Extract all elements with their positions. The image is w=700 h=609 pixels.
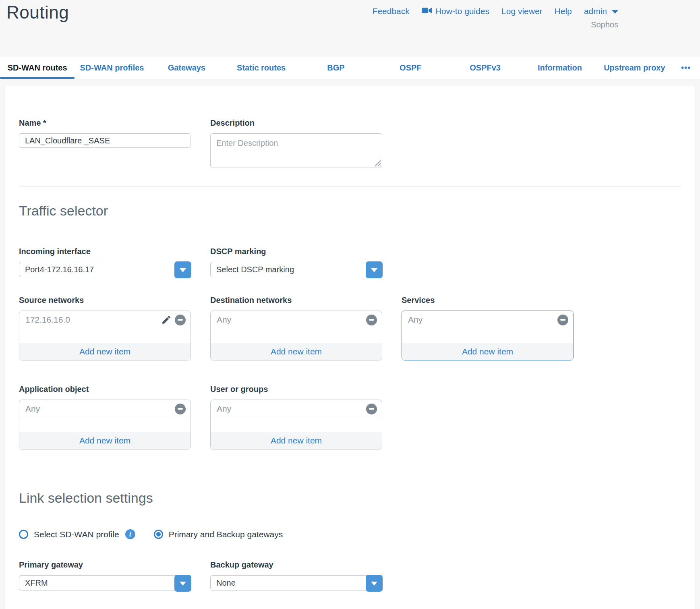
radio-icon[interactable] — [19, 530, 28, 539]
user-or-groups-label: User or groups — [210, 385, 382, 394]
destination-network-item: Any — [217, 315, 231, 325]
incoming-interface-dropdown[interactable]: Port4-172.16.16.17 — [19, 262, 191, 277]
application-object-label: Application object — [19, 385, 191, 394]
howto-guides-link[interactable]: How-to guides — [422, 6, 489, 16]
chevron-down-icon[interactable] — [366, 261, 383, 278]
primary-gateway-value: XFRM — [19, 576, 191, 590]
dscp-marking-dropdown[interactable]: Select DSCP marking — [210, 262, 382, 277]
source-network-item: 172.16.16.0 — [25, 315, 70, 325]
section-divider — [19, 474, 681, 474]
primary-gateway-dropdown[interactable]: XFRM — [19, 575, 191, 590]
add-new-item-button[interactable]: Add new item — [402, 343, 573, 360]
tab-information[interactable]: Information — [522, 56, 597, 79]
info-icon[interactable]: i — [125, 529, 135, 539]
destination-networks-box: Any Add new item — [210, 311, 382, 360]
backup-gateway-value: None — [211, 576, 382, 590]
help-label: Help — [555, 6, 572, 16]
list-item: Any — [211, 311, 382, 329]
feedback-link[interactable]: Feedback — [373, 6, 410, 16]
tab-sdwan-routes[interactable]: SD-WAN routes — [0, 56, 75, 79]
tab-overflow-more-icon[interactable]: ••• — [672, 56, 700, 79]
description-label: Description — [210, 118, 382, 128]
header-links: Feedback How-to guides Log viewer Help a… — [373, 6, 618, 16]
link-selection-radios: Select SD-WAN profile i Primary and Back… — [19, 529, 681, 539]
remove-item-icon[interactable] — [557, 315, 568, 325]
gateways-row: Primary gateway XFRM Backup gateway None — [19, 560, 681, 590]
chevron-down-icon[interactable] — [174, 575, 191, 592]
traffic-selector-heading: Traffic selector — [19, 203, 681, 219]
feedback-link-label: Feedback — [373, 6, 410, 16]
user-or-groups-box: Any Add new item — [210, 400, 382, 450]
backup-gateway-dropdown[interactable]: None — [210, 575, 382, 590]
log-viewer-label: Log viewer — [501, 6, 543, 16]
radio-primary-backup-label: Primary and Backup gateways — [169, 530, 283, 539]
log-viewer-link[interactable]: Log viewer — [501, 6, 543, 16]
tab-ospfv3[interactable]: OSPFv3 — [448, 56, 522, 79]
caret-down-icon — [612, 10, 618, 14]
brand-label: Sophos — [591, 20, 618, 29]
list-item: Any — [402, 311, 573, 329]
list-item: Any — [211, 400, 382, 418]
radio-select-sdwan-profile-label: Select SD-WAN profile — [34, 530, 119, 539]
application-users-row: Application object Any Add new item User… — [19, 385, 681, 450]
page-title: Routing — [6, 2, 69, 23]
list-item: Any — [19, 400, 191, 418]
name-description-row: Name * Description — [19, 118, 681, 170]
chevron-down-icon[interactable] — [366, 575, 383, 592]
primary-gateway-label: Primary gateway — [19, 560, 191, 570]
remove-item-icon[interactable] — [366, 404, 377, 414]
tab-bar: SD-WAN routes SD-WAN profiles Gateways S… — [0, 56, 700, 79]
incoming-interface-value: Port4-172.16.16.17 — [19, 262, 191, 277]
networks-services-row: Source networks 172.16.16.0 Add new item… — [19, 296, 681, 360]
tab-bgp[interactable]: BGP — [298, 56, 373, 79]
incoming-interface-label: Incoming interface — [19, 247, 191, 256]
list-item: 172.16.16.0 — [19, 311, 191, 329]
add-new-item-button[interactable]: Add new item — [211, 432, 382, 449]
section-divider — [19, 186, 681, 187]
source-networks-label: Source networks — [19, 296, 191, 305]
application-object-box: Any Add new item — [19, 400, 191, 450]
add-new-item-button[interactable]: Add new item — [19, 432, 191, 449]
tab-ospf[interactable]: OSPF — [373, 56, 448, 79]
tab-upstream-proxy[interactable]: Upstream proxy — [597, 56, 672, 79]
user-group-item: Any — [217, 404, 231, 414]
remove-item-icon[interactable] — [175, 315, 186, 325]
backup-gateway-label: Backup gateway — [210, 560, 382, 570]
name-label: Name * — [19, 118, 191, 128]
help-link[interactable]: Help — [555, 6, 572, 16]
admin-menu[interactable]: admin — [584, 6, 618, 16]
add-new-item-button[interactable]: Add new item — [19, 343, 191, 360]
dscp-marking-value: Select DSCP marking — [211, 262, 382, 277]
tab-sdwan-profiles[interactable]: SD-WAN profiles — [75, 56, 149, 79]
description-textarea[interactable] — [210, 133, 382, 168]
add-new-item-button[interactable]: Add new item — [211, 343, 382, 360]
name-input[interactable] — [19, 133, 191, 148]
edit-pencil-icon[interactable] — [161, 315, 175, 325]
top-header: Routing Feedback How-to guides Log viewe… — [0, 0, 700, 56]
destination-networks-label: Destination networks — [210, 296, 382, 305]
chevron-down-icon[interactable] — [174, 261, 191, 278]
tab-gateways[interactable]: Gateways — [149, 56, 224, 79]
service-item: Any — [408, 315, 422, 325]
source-networks-box: 172.16.16.0 Add new item — [19, 311, 191, 360]
link-selection-heading: Link selection settings — [19, 490, 681, 506]
services-box: Any Add new item — [402, 311, 574, 360]
services-label: Services — [402, 296, 574, 305]
content-card: Name * Description Traffic selector Inco… — [4, 86, 696, 609]
tab-static-routes[interactable]: Static routes — [224, 56, 298, 79]
interface-dscp-row: Incoming interface Port4-172.16.16.17 DS… — [19, 247, 681, 277]
radio-primary-backup-gateways[interactable]: Primary and Backup gateways — [154, 530, 283, 539]
howto-guides-label: How-to guides — [435, 6, 489, 16]
radio-select-sdwan-profile[interactable]: Select SD-WAN profile i — [19, 529, 135, 539]
video-icon — [422, 6, 432, 16]
application-item: Any — [25, 404, 40, 414]
admin-menu-label: admin — [584, 6, 607, 16]
dscp-marking-label: DSCP marking — [210, 247, 382, 256]
remove-item-icon[interactable] — [175, 404, 186, 414]
remove-item-icon[interactable] — [366, 315, 377, 325]
radio-selected-icon[interactable] — [154, 530, 163, 539]
